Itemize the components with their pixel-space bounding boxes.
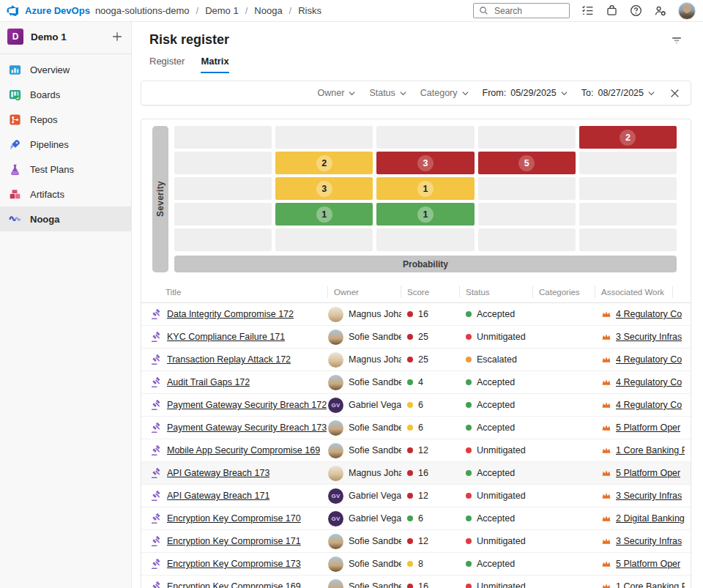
risk-title-link[interactable]: Payment Gateway Security Breach 173	[167, 423, 327, 433]
to-date-filter[interactable]: To: 08/27/2025	[581, 88, 655, 98]
sidebar-item-nooga[interactable]: Nooga	[0, 206, 131, 231]
matrix-cell[interactable]	[579, 228, 677, 251]
risk-title-link[interactable]: Encryption Key Compromise 173	[167, 559, 301, 569]
matrix-cell[interactable]	[376, 126, 474, 149]
matrix-cell[interactable]	[174, 177, 272, 200]
associated-work-link[interactable]: 3 Security Infras	[616, 491, 682, 501]
risk-title-link[interactable]: Audit Trail Gaps 172	[167, 377, 250, 387]
breadcrumb-item[interactable]: Risks	[298, 5, 321, 16]
risk-title-link[interactable]: KYC Compliance Failure 171	[167, 332, 285, 342]
table-row[interactable]: Encryption Key Compromise 173Sofie Sandb…	[141, 553, 691, 576]
risk-title-link[interactable]: Data Integrity Compromise 172	[167, 309, 294, 319]
matrix-cell[interactable]: 1	[275, 203, 373, 226]
matrix-cell[interactable]: 2	[275, 152, 373, 174]
matrix-cell[interactable]	[579, 203, 677, 226]
matrix-cell[interactable]	[174, 203, 272, 226]
risk-title-link[interactable]: Encryption Key Compromise 170	[167, 513, 301, 524]
matrix-cell[interactable]	[174, 228, 272, 251]
sidebar-item-repos[interactable]: Repos	[0, 107, 131, 132]
user-settings-icon[interactable]	[654, 4, 666, 17]
risk-title-link[interactable]: Payment Gateway Security Breach 172	[167, 400, 327, 410]
breadcrumb-item[interactable]: Demo 1	[205, 5, 239, 16]
associated-work-link[interactable]: 3 Security Infras	[616, 536, 682, 546]
associated-work-link[interactable]: 4 Regulatory Co	[616, 354, 682, 365]
table-row[interactable]: Encryption Key Compromise 170GVGabriel V…	[141, 507, 691, 530]
azure-devops-logo-icon[interactable]	[6, 4, 20, 17]
product-name[interactable]: Azure DevOps	[25, 5, 90, 16]
table-row[interactable]: Audit Trail Gaps 172Sofie Sandber4Accept…	[141, 371, 691, 394]
sidebar-item-artifacts[interactable]: Artifacts	[0, 182, 131, 206]
table-row[interactable]: API Gateway Breach 171GVGabriel Vega12Un…	[141, 485, 691, 507]
column-header-score[interactable]: Score	[401, 281, 460, 302]
column-header-title[interactable]: Title	[141, 281, 328, 302]
breadcrumb-item[interactable]: Nooga	[254, 5, 282, 16]
associated-work-link[interactable]: 5 Platform Oper	[616, 468, 680, 478]
associated-work-link[interactable]: 1 Core Banking P	[616, 581, 685, 588]
matrix-cell[interactable]	[275, 228, 373, 251]
associated-work-link[interactable]: 2 Digital Banking	[616, 513, 685, 524]
matrix-cell[interactable]: 3	[275, 177, 373, 200]
column-header-categories[interactable]: Categories	[533, 281, 595, 302]
help-icon[interactable]	[630, 4, 642, 17]
table-row[interactable]: Data Integrity Compromise 172Magnus Joha…	[141, 303, 691, 326]
sidebar-item-test-plans[interactable]: Test Plans	[0, 157, 131, 182]
table-row[interactable]: Transaction Replay Attack 172Magnus Joha…	[141, 349, 691, 371]
matrix-cell[interactable]	[174, 152, 272, 174]
table-row[interactable]: Payment Gateway Security Breach 172GVGab…	[141, 394, 691, 417]
search-input[interactable]	[493, 5, 564, 17]
add-project-button[interactable]	[112, 31, 122, 42]
matrix-cell[interactable]	[579, 177, 677, 200]
table-row[interactable]: API Gateway Breach 173Magnus Johar16Acce…	[141, 462, 691, 485]
associated-work-link[interactable]: 1 Core Banking P	[616, 445, 685, 455]
matrix-cell[interactable]	[275, 126, 373, 149]
project-switcher[interactable]: D Demo 1	[0, 22, 131, 51]
table-row[interactable]: Mobile App Security Compromise 169Sofie …	[141, 439, 691, 462]
checklist-icon[interactable]	[581, 4, 594, 17]
matrix-cell[interactable]: 5	[478, 152, 576, 174]
risk-title-link[interactable]: API Gateway Breach 173	[167, 468, 269, 478]
sidebar-item-pipelines[interactable]: Pipelines	[0, 132, 131, 157]
tab-register[interactable]: Register	[149, 56, 185, 73]
filter-dropdown-owner[interactable]: Owner	[318, 88, 356, 98]
sidebar-item-overview[interactable]: Overview	[0, 57, 131, 82]
associated-work-link[interactable]: 4 Regulatory Co	[616, 309, 682, 319]
matrix-cell[interactable]	[579, 152, 677, 174]
column-header-associated-work[interactable]: Associated Work	[595, 281, 691, 302]
filter-dropdown-category[interactable]: Category	[420, 88, 469, 98]
table-row[interactable]: Encryption Key Compromise 171Sofie Sandb…	[141, 530, 691, 553]
risk-title-link[interactable]: Encryption Key Compromise 171	[167, 536, 301, 546]
tab-matrix[interactable]: Matrix	[201, 56, 228, 73]
table-row[interactable]: KYC Compliance Failure 171Sofie Sandber2…	[141, 326, 691, 349]
marketplace-bag-icon[interactable]	[606, 4, 618, 17]
filter-dropdown-status[interactable]: Status	[369, 88, 406, 98]
associated-work-link[interactable]: 5 Platform Oper	[616, 423, 680, 433]
matrix-cell[interactable]: 1	[376, 177, 474, 200]
matrix-cell[interactable]	[174, 126, 272, 149]
sidebar-item-boards[interactable]: Boards	[0, 82, 131, 107]
risk-title-link[interactable]: Mobile App Security Compromise 169	[167, 445, 320, 455]
risk-title-link[interactable]: Encryption Key Compromise 169	[167, 581, 301, 588]
column-header-owner[interactable]: Owner	[328, 281, 401, 302]
matrix-cell[interactable]	[478, 177, 576, 200]
associated-work-link[interactable]: 5 Platform Oper	[616, 559, 680, 569]
clear-filters-button[interactable]	[670, 89, 680, 98]
associated-work-link[interactable]: 4 Regulatory Co	[616, 400, 682, 410]
matrix-cell[interactable]: 1	[376, 203, 474, 226]
user-avatar[interactable]	[678, 2, 696, 20]
column-header-status[interactable]: Status	[460, 281, 533, 302]
matrix-cell[interactable]: 2	[579, 126, 677, 149]
matrix-cell[interactable]: 3	[376, 152, 474, 174]
associated-work-link[interactable]: 4 Regulatory Co	[616, 377, 682, 387]
matrix-cell[interactable]	[478, 126, 576, 149]
filter-funnel-icon[interactable]	[671, 34, 682, 46]
table-row[interactable]: Encryption Key Compromise 169Sofie Sandb…	[141, 576, 691, 588]
matrix-cell[interactable]	[478, 203, 576, 226]
matrix-cell[interactable]	[376, 228, 474, 251]
from-date-filter[interactable]: From: 05/29/2025	[483, 88, 568, 98]
table-row[interactable]: Payment Gateway Security Breach 173Sofie…	[141, 417, 691, 439]
matrix-cell[interactable]	[478, 228, 576, 251]
risk-title-link[interactable]: API Gateway Breach 171	[167, 491, 269, 501]
breadcrumb-item[interactable]: nooga-solutions-demo	[95, 5, 190, 16]
risk-title-link[interactable]: Transaction Replay Attack 172	[167, 354, 291, 365]
search-box[interactable]	[473, 3, 570, 18]
